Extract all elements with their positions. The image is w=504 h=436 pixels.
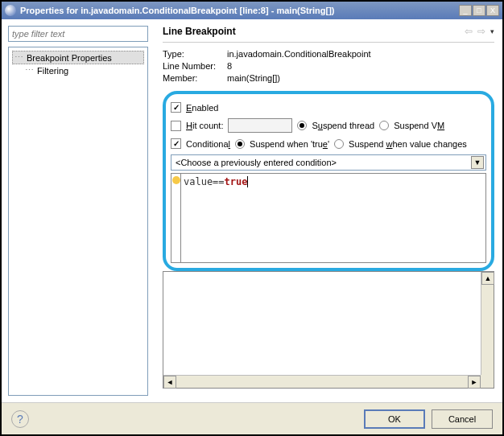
- window-title: Properties for in.javadomain.Conditional…: [20, 6, 459, 15]
- nav-arrows: ⇦ ⇨ ▾: [465, 26, 494, 37]
- vertical-scrollbar[interactable]: ▲: [481, 272, 494, 375]
- line-value: 8: [227, 61, 232, 71]
- main-panel: Line Breakpoint ⇦ ⇨ ▾ Type:in.javadomain…: [155, 19, 502, 402]
- condition-editor[interactable]: value==true: [180, 173, 486, 263]
- help-icon[interactable]: ?: [11, 410, 29, 428]
- nav-fwd-icon[interactable]: ⇨: [477, 26, 485, 37]
- suspend-true-radio[interactable]: [235, 139, 245, 149]
- member-label: Member:: [163, 73, 227, 83]
- tree-item-breakpoint-properties[interactable]: ⋯Breakpoint Properties: [12, 51, 144, 64]
- scroll-right-icon[interactable]: ►: [468, 376, 481, 389]
- footer: ? OK Cancel: [2, 402, 502, 434]
- suspend-true-label: Suspend when 'true': [250, 139, 329, 149]
- hitcount-label: Hit count:: [186, 121, 223, 130]
- hitcount-input[interactable]: [228, 118, 292, 133]
- dropdown-text: <Choose a previously entered condition>: [173, 158, 471, 167]
- eclipse-icon: [5, 5, 16, 16]
- suspend-thread-label: Suspend thread: [312, 121, 374, 130]
- divider: [163, 42, 494, 43]
- lower-text-area[interactable]: ▲ ◄ ►: [163, 271, 494, 389]
- highlighted-section: Enabled Hit count: Suspend thread Suspen…: [163, 91, 494, 271]
- scroll-left-icon[interactable]: ◄: [163, 376, 176, 389]
- suspend-thread-radio[interactable]: [297, 121, 307, 130]
- text-cursor: [247, 176, 248, 187]
- type-label: Type:: [163, 49, 227, 59]
- close-button[interactable]: X: [486, 5, 499, 16]
- member-value: main(String[]): [227, 73, 280, 83]
- nav-back-icon[interactable]: ⇦: [465, 26, 473, 37]
- page-title: Line Breakpoint: [163, 26, 465, 37]
- hitcount-checkbox[interactable]: [171, 121, 181, 131]
- tree-label: Breakpoint Properties: [27, 53, 112, 63]
- tree-label: Filtering: [37, 66, 68, 76]
- minimize-button[interactable]: _: [459, 5, 472, 16]
- condition-history-dropdown[interactable]: <Choose a previously entered condition> …: [171, 154, 486, 171]
- horizontal-scrollbar[interactable]: ◄ ►: [163, 375, 481, 388]
- dropdown-button-icon[interactable]: ▼: [471, 156, 484, 169]
- editor-keyword: true: [225, 176, 248, 187]
- suspend-vm-radio[interactable]: [379, 121, 389, 130]
- filter-input[interactable]: [8, 26, 148, 42]
- type-value: in.javadomain.ConditionalBreakpoint: [227, 49, 371, 59]
- ok-button[interactable]: OK: [364, 409, 425, 429]
- suspend-vm-label: Suspend VM: [394, 121, 444, 130]
- properties-dialog: Properties for in.javadomain.Conditional…: [0, 0, 504, 436]
- titlebar[interactable]: Properties for in.javadomain.Conditional…: [2, 2, 502, 19]
- editor-variable: value==: [184, 176, 225, 187]
- suspend-change-radio[interactable]: [334, 139, 344, 149]
- nav-tree: ⋯Breakpoint Properties ⋯Filtering: [8, 47, 148, 396]
- enabled-checkbox[interactable]: [171, 102, 181, 113]
- editor-gutter: [171, 173, 180, 263]
- conditional-checkbox[interactable]: [171, 138, 181, 149]
- sidebar: ⋯Breakpoint Properties ⋯Filtering: [2, 19, 155, 402]
- scroll-corner: [481, 375, 494, 388]
- tree-item-filtering[interactable]: ⋯Filtering: [12, 64, 144, 76]
- nav-menu-icon[interactable]: ▾: [490, 27, 494, 35]
- suspend-change-label: Suspend when value changes: [349, 139, 467, 149]
- conditional-label: Conditional: [186, 139, 230, 149]
- cancel-button[interactable]: Cancel: [432, 409, 493, 429]
- scroll-up-icon[interactable]: ▲: [481, 272, 494, 285]
- enabled-label: Enabled: [186, 103, 218, 113]
- maximize-button[interactable]: □: [473, 5, 485, 16]
- lightbulb-icon: [172, 176, 180, 184]
- line-label: Line Number:: [163, 61, 227, 71]
